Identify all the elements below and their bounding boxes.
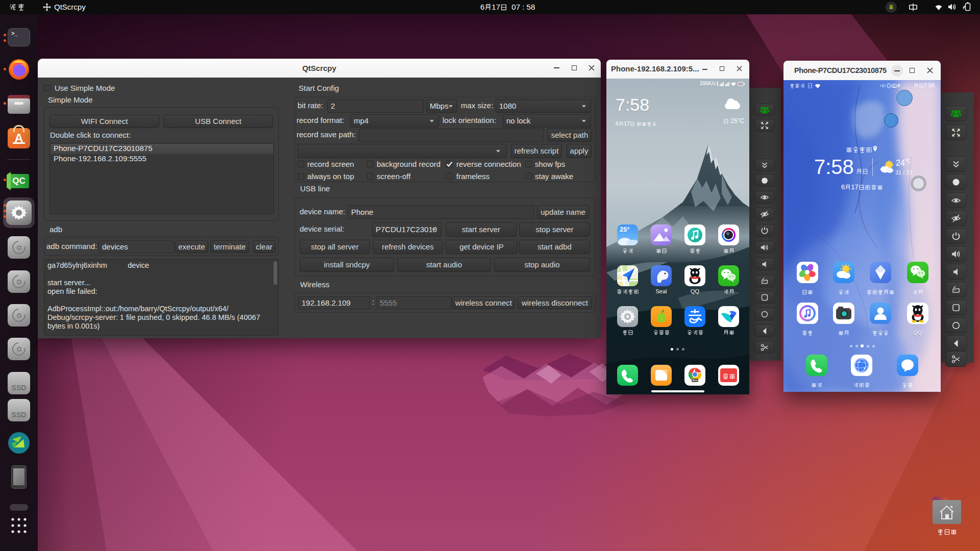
svg-text:50: 50	[893, 85, 896, 88]
svg-text:!: !	[808, 84, 810, 88]
svg-text:Beta: Beta	[693, 379, 698, 382]
